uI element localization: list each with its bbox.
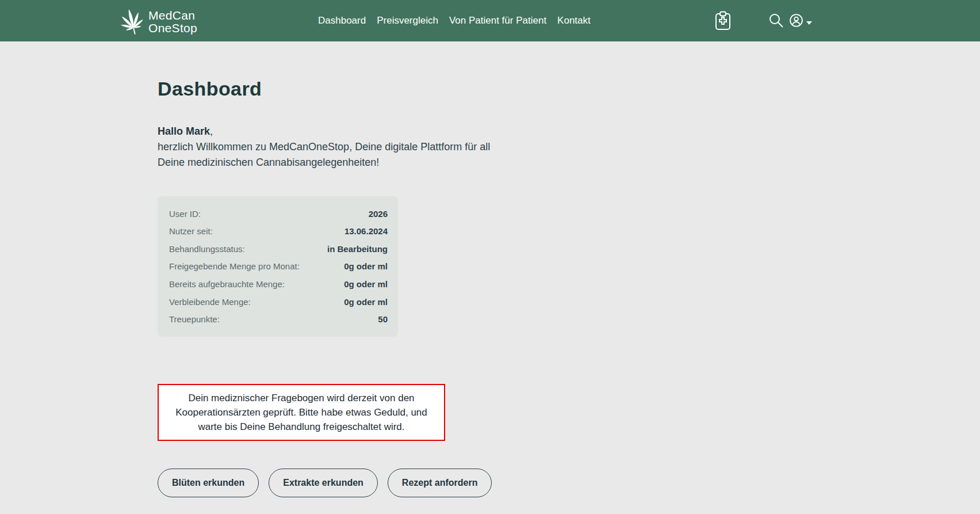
info-label: Verbleibende Menge: (169, 297, 251, 307)
nav-item-von-patient-fuer-patient[interactable]: Von Patient für Patient (449, 15, 546, 26)
dashboard-page: Dashboard Hallo Mark, herzlich Willkomme… (0, 41, 980, 497)
info-label: Treuepunkte: (169, 314, 220, 324)
cannabis-leaf-icon (120, 5, 147, 39)
explore-extracts-button[interactable]: Extrakte erkunden (269, 469, 378, 497)
notice-line3: warte bis Deine Behandlung freigeschalte… (166, 420, 437, 434)
info-row-behandlungsstatus: Behandlungsstatus: in Bearbeitung (169, 244, 388, 254)
info-value: 2026 (369, 209, 388, 219)
info-row-user-id: User ID: 2026 (169, 209, 388, 219)
welcome-message: Hallo Mark, herzlich Willkommen zu MedCa… (158, 124, 980, 170)
greeting-suffix: , (210, 125, 213, 137)
info-label: Freigegebende Menge pro Monat: (169, 261, 300, 271)
brand-logo[interactable]: MedCan OneStop (120, 5, 197, 39)
nav-item-kontakt[interactable]: Kontakt (557, 15, 591, 26)
info-value: in Bearbeitung (327, 244, 388, 254)
brand-name: MedCan OneStop (148, 9, 197, 35)
nav-item-preisvergleich[interactable]: Preisvergleich (377, 15, 438, 26)
info-value: 0g oder ml (344, 261, 388, 271)
info-value: 0g oder ml (344, 279, 388, 289)
info-label: Nutzer seit: (169, 226, 213, 236)
site-header: MedCan OneStop Dashboard Preisvergleich … (0, 0, 980, 41)
explore-flowers-button[interactable]: Blüten erkunden (158, 469, 259, 497)
prescription-clipboard-icon (715, 11, 731, 33)
welcome-line1: herzlich Willkommen zu MedCanOneStop, De… (158, 139, 980, 155)
prescription-clipboard-button[interactable] (715, 11, 731, 33)
user-info-card: User ID: 2026 Nutzer seit: 13.06.2024 Be… (158, 196, 398, 337)
info-value: 0g oder ml (344, 297, 388, 307)
info-row-freigegebene-menge: Freigegebende Menge pro Monat: 0g oder m… (169, 261, 388, 271)
page-title: Dashboard (158, 77, 980, 101)
greeting-line: Hallo Mark, (158, 124, 980, 139)
request-prescription-button[interactable]: Rezept anfordern (388, 469, 492, 497)
user-account-icon (789, 13, 803, 30)
welcome-line2: Deine medizinischen Cannabisangelegenhei… (158, 155, 980, 170)
notice-line1: Dein mediznischer Fragebogen wird derzei… (166, 391, 437, 405)
brand-name-line1: MedCan (148, 9, 197, 22)
main-nav: Dashboard Preisvergleich Von Patient für… (318, 0, 591, 41)
info-value: 50 (378, 314, 388, 324)
info-row-nutzer-seit: Nutzer seit: 13.06.2024 (169, 226, 388, 236)
notice-line2: Kooperationsärzten geprüft. Bitte habe e… (166, 405, 437, 420)
search-button[interactable] (768, 13, 784, 31)
search-icon (768, 13, 784, 31)
info-label: Behandlungsstatus: (169, 244, 245, 254)
chevron-down-icon (806, 17, 812, 27)
info-label: User ID: (169, 209, 201, 219)
info-label: Bereits aufgebrauchte Menge: (169, 279, 285, 289)
info-row-verbleibende-menge: Verbleibende Menge: 0g oder ml (169, 297, 388, 307)
review-notice-box: Dein mediznischer Fragebogen wird derzei… (158, 384, 445, 441)
greeting-name: Hallo Mark (158, 125, 210, 137)
nav-item-dashboard[interactable]: Dashboard (318, 15, 366, 26)
info-row-treuepunkte: Treuepunkte: 50 (169, 314, 388, 324)
account-menu-button[interactable] (789, 13, 812, 30)
brand-name-line2: OneStop (148, 22, 197, 35)
info-value: 13.06.2024 (344, 226, 388, 236)
info-row-aufgebrauchte-menge: Bereits aufgebrauchte Menge: 0g oder ml (169, 279, 388, 289)
action-buttons: Blüten erkunden Extrakte erkunden Rezept… (158, 469, 980, 497)
